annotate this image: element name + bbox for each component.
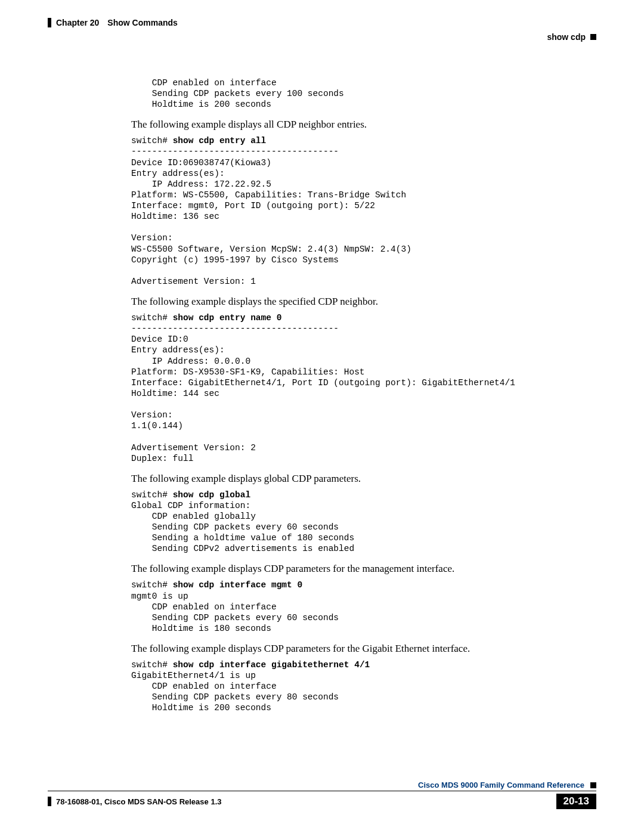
cli-prompt: switch# — [131, 660, 173, 670]
cli-command: show cdp interface mgmt 0 — [173, 580, 303, 590]
code-block-interface-gig: switch# show cdp interface gigabitethern… — [131, 659, 596, 714]
cli-prompt: switch# — [131, 313, 173, 323]
cli-command: show cdp global — [173, 490, 251, 500]
header-bar-icon — [48, 18, 51, 27]
cli-output: ----------------------------------------… — [131, 324, 515, 463]
paragraph: The following example displays CDP param… — [131, 562, 596, 576]
code-block-intro: CDP enabled on interface Sending CDP pac… — [131, 78, 596, 110]
paragraph: The following example displays the speci… — [131, 295, 596, 309]
footer: Cisco MDS 9000 Family Command Reference … — [48, 781, 596, 809]
code-block-interface-mgmt: switch# show cdp interface mgmt 0 mgmt0 … — [131, 580, 596, 634]
paragraph: The following example displays global CD… — [131, 472, 596, 486]
cli-prompt: switch# — [131, 490, 173, 500]
code-block-entry-all: switch# show cdp entry all -------------… — [131, 135, 596, 287]
footer-left: 78-16088-01, Cisco MDS SAN-OS Release 1.… — [48, 797, 221, 806]
cli-prompt: switch# — [131, 580, 173, 590]
code-block-global: switch# show cdp global Global CDP infor… — [131, 490, 596, 555]
paragraph: The following example displays CDP param… — [131, 642, 596, 656]
footer-doc-id: 78-16088-01, Cisco MDS SAN-OS Release 1.… — [56, 797, 221, 806]
cli-output: Global CDP information: CDP enabled glob… — [131, 501, 354, 554]
page-number: 20-13 — [556, 794, 596, 809]
cli-output: ----------------------------------------… — [131, 147, 411, 286]
square-icon — [590, 34, 596, 40]
footer-title: Cisco MDS 9000 Family Command Reference — [418, 781, 584, 789]
cli-command: show cdp entry all — [173, 136, 267, 145]
code-block-entry-name: switch# show cdp entry name 0 ----------… — [131, 312, 596, 464]
footer-bottom: 78-16088-01, Cisco MDS SAN-OS Release 1.… — [48, 794, 596, 809]
paragraph: The following example displays all CDP n… — [131, 118, 596, 132]
page: Chapter 20 Show Commands show cdp CDP en… — [0, 0, 644, 833]
cli-output: mgmt0 is up CDP enabled on interface Sen… — [131, 592, 339, 633]
subheader: show cdp — [48, 32, 596, 42]
footer-bar-icon — [48, 797, 51, 806]
cli-prompt: switch# — [131, 136, 173, 145]
section-label: Show Commands — [107, 18, 177, 27]
running-header: Chapter 20 Show Commands — [48, 18, 596, 27]
chapter-label: Chapter 20 — [56, 18, 99, 27]
cli-command: show cdp entry name 0 — [173, 313, 282, 323]
square-icon — [590, 782, 596, 788]
cli-output: GigabitEthernet4/1 is up CDP enabled on … — [131, 671, 339, 713]
cli-command: show cdp interface gigabitethernet 4/1 — [173, 660, 370, 670]
subheader-label: show cdp — [547, 32, 586, 42]
body-content: CDP enabled on interface Sending CDP pac… — [131, 78, 596, 714]
footer-title-row: Cisco MDS 9000 Family Command Reference — [48, 781, 596, 791]
